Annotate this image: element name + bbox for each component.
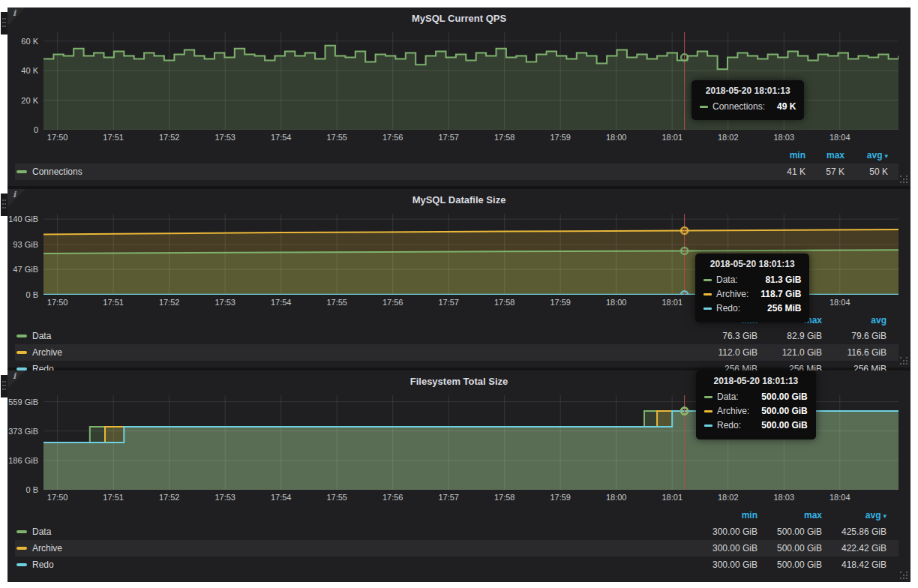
y-axis: 140 GiB93 GiB47 GiB0 B [8, 214, 44, 295]
x-tick-label: 17:55 [326, 493, 347, 502]
series-color-dash-icon [16, 563, 27, 566]
tooltip-row: Data:81.3 GiB [704, 273, 801, 287]
series-color-dash-icon [704, 424, 712, 427]
x-tick-label: 17:56 [382, 298, 404, 307]
stat-max: 57 K [806, 164, 844, 180]
panel-info-corner[interactable] [8, 370, 26, 388]
stat-min: 300.00 GiB [688, 524, 758, 540]
tooltip-value: 256 MiB [755, 302, 801, 316]
hover-tooltip: 2018-05-20 18:01:13 Data:500.00 GiB Arch… [696, 370, 816, 440]
x-tick-label: 17:54 [271, 493, 292, 502]
tooltip-timestamp: 2018-05-20 18:01:13 [704, 259, 801, 269]
y-axis: 60 K40 K20 K0 [8, 32, 44, 130]
legend-header-avg[interactable]: avg▾ [822, 508, 886, 524]
stat-avg: 425.86 GiB [822, 524, 886, 540]
x-tick-label: 18:02 [718, 133, 739, 142]
stat-min: 76.3 GiB [688, 328, 758, 344]
y-tick-label: 20 K [21, 96, 38, 105]
info-icon: i [13, 371, 16, 381]
legend-stats-header: min max avg▾ [15, 148, 898, 164]
series-color-dash-icon [16, 334, 27, 338]
hover-tooltip: 2018-05-20 18:01:13 Data:81.3 GiB Archiv… [695, 254, 809, 322]
stat-max: 82.9 GiB [758, 328, 822, 344]
panel-title[interactable]: MySQL Datafile Size [8, 189, 910, 210]
x-tick-label: 17:55 [326, 298, 347, 307]
legend-row: Data 76.3 GiB 82.9 GiB 79.6 GiB [15, 328, 898, 344]
x-tick-label: 17:53 [214, 133, 236, 142]
legend-stats-header: min max avg▾ [15, 508, 898, 524]
series-color-dash-icon [700, 106, 708, 108]
x-tick-label: 17:56 [382, 133, 404, 142]
legend-header-max[interactable]: max [806, 148, 844, 164]
legend-row: Archive 112.0 GiB 121.0 GiB 116.6 GiB [15, 344, 898, 361]
legend-header-avg[interactable]: avg [822, 313, 886, 328]
info-icon: i [13, 190, 16, 200]
stat-avg: 418.42 GiB [822, 556, 886, 573]
tooltip-row: Archive:500.00 GiB [704, 404, 808, 418]
y-tick-label: 373 GiB [8, 427, 38, 436]
hover-tooltip: 2018-05-20 18:01:13 Connections:49 K [692, 80, 804, 120]
panel-info-corner[interactable] [8, 8, 26, 26]
legend-series-connections[interactable]: Connections [15, 164, 760, 180]
panel-drag-handle[interactable] [1, 12, 8, 34]
x-tick-label: 18:00 [606, 493, 627, 502]
series-color-dash-icon [704, 410, 712, 412]
tooltip-value: 81.3 GiB [753, 273, 801, 287]
series-color-dash-icon [16, 351, 27, 354]
x-axis: 17:5017:5117:5217:5317:5417:5517:5617:57… [44, 491, 898, 505]
y-tick-label: 140 GiB [8, 214, 38, 224]
x-tick-label: 18:00 [606, 298, 627, 307]
y-tick-label: 47 GiB [13, 265, 38, 274]
y-tick-label: 0 B [26, 290, 38, 299]
legend: min max avg▾ Connections 41 K 57 K 50 K [15, 148, 898, 180]
x-tick-label: 17:51 [103, 298, 124, 307]
panel-resize-grip[interactable] [900, 572, 908, 580]
panel-title[interactable]: MySQL Current QPS [8, 8, 910, 28]
stat-min: 112.0 GiB [688, 344, 758, 361]
series-color-dash-icon [16, 170, 27, 173]
x-tick-label: 17:56 [382, 493, 404, 502]
legend-header-avg[interactable]: avg▾ [844, 148, 888, 164]
x-tick-label: 17:50 [47, 133, 68, 142]
x-tick-label: 17:59 [550, 493, 571, 502]
x-tick-label: 17:59 [550, 133, 571, 142]
x-tick-label: 17:52 [159, 298, 180, 307]
x-tick-label: 18:04 [830, 133, 850, 142]
legend-series-archive[interactable]: Archive [15, 540, 688, 556]
x-tick-label: 18:00 [606, 133, 627, 142]
y-tick-label: 186 GiB [8, 456, 38, 465]
panel-resize-grip[interactable] [900, 357, 908, 365]
legend-header-max[interactable]: max [758, 508, 822, 524]
panel-resize-grip[interactable] [900, 176, 908, 184]
legend-header-min[interactable]: min [688, 508, 758, 524]
sort-caret-icon: ▾ [883, 512, 886, 520]
tooltip-row: Data:500.00 GiB [704, 390, 808, 404]
legend-row: Redo 300.00 GiB 500.00 GiB 418.42 GiB [15, 556, 898, 573]
x-tick-label: 18:01 [662, 133, 682, 142]
legend-header-min[interactable]: min [760, 148, 806, 164]
stat-max: 500.00 GiB [758, 524, 822, 540]
tooltip-timestamp: 2018-05-20 18:01:13 [700, 86, 796, 96]
x-tick-label: 18:01 [662, 493, 682, 502]
tooltip-value: 500.00 GiB [749, 418, 807, 433]
legend-series-data[interactable]: Data [15, 328, 688, 344]
tooltip-value: 118.7 GiB [748, 287, 801, 302]
panel-drag-handle[interactable] [1, 375, 8, 398]
tooltip-value: 49 K [765, 100, 796, 114]
legend: min max avg▾ Data 300.00 GiB 500.00 GiB … [15, 508, 898, 573]
y-tick-label: 0 [34, 125, 38, 134]
x-tick-label: 17:57 [438, 298, 459, 307]
x-tick-label: 17:51 [103, 133, 124, 142]
stat-avg: 50 K [844, 164, 888, 180]
x-tick-label: 18:02 [718, 493, 739, 502]
y-tick-label: 93 GiB [13, 240, 38, 249]
legend-series-data[interactable]: Data [15, 524, 688, 540]
panel-info-corner[interactable] [8, 189, 26, 207]
legend-series-redo[interactable]: Redo [15, 556, 688, 573]
series-color-dash-icon [16, 530, 27, 533]
grafana-dashboard: i MySQL Current QPS 60 K40 K20 K0 17:501… [8, 8, 910, 582]
legend-series-archive[interactable]: Archive [15, 344, 688, 361]
legend-row: Data 300.00 GiB 500.00 GiB 425.86 GiB [15, 524, 898, 540]
legend-row: Archive 300.00 GiB 500.00 GiB 422.42 GiB [15, 540, 898, 556]
panel-drag-handle[interactable] [1, 194, 8, 216]
